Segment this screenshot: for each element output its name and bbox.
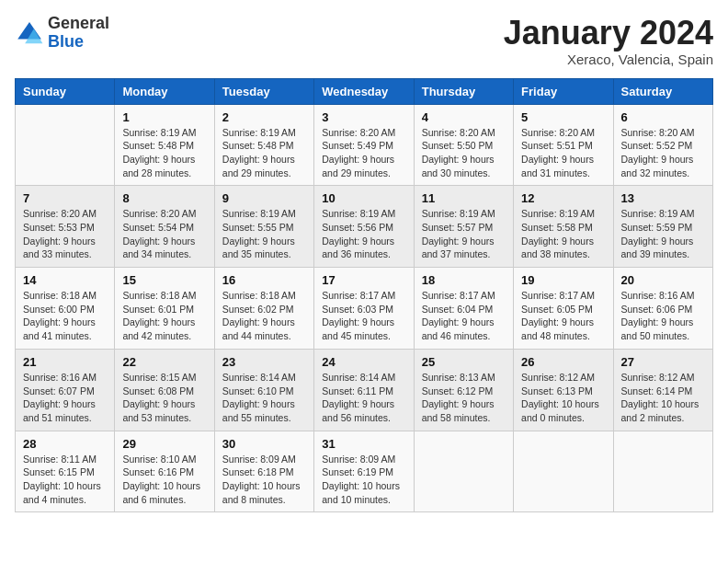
calendar-cell: 23Sunrise: 8:14 AM Sunset: 6:10 PM Dayli… (214, 349, 313, 431)
weekday-header-row: SundayMondayTuesdayWednesdayThursdayFrid… (16, 78, 713, 104)
day-info: Sunrise: 8:09 AM Sunset: 6:19 PM Dayligh… (322, 453, 405, 507)
day-info: Sunrise: 8:19 AM Sunset: 5:58 PM Dayligh… (521, 207, 605, 261)
weekday-header: Thursday (414, 78, 513, 104)
logo: General Blue (15, 15, 109, 52)
day-number: 10 (322, 191, 405, 205)
day-number: 6 (621, 110, 705, 124)
day-number: 28 (23, 437, 107, 451)
title-block: January 2024 Xeraco, Valencia, Spain (504, 15, 713, 67)
calendar-cell: 6Sunrise: 8:20 AM Sunset: 5:52 PM Daylig… (613, 104, 712, 186)
day-info: Sunrise: 8:20 AM Sunset: 5:49 PM Dayligh… (322, 126, 405, 180)
day-number: 18 (422, 273, 506, 287)
calendar-cell: 19Sunrise: 8:17 AM Sunset: 6:05 PM Dayli… (514, 268, 613, 350)
day-number: 21 (23, 355, 107, 369)
calendar-cell (414, 431, 513, 512)
day-number: 20 (621, 273, 705, 287)
calendar-cell: 20Sunrise: 8:16 AM Sunset: 6:06 PM Dayli… (613, 268, 712, 350)
calendar-cell: 25Sunrise: 8:13 AM Sunset: 6:12 PM Dayli… (414, 349, 513, 431)
calendar-cell (514, 431, 613, 512)
day-info: Sunrise: 8:17 AM Sunset: 6:05 PM Dayligh… (521, 289, 605, 343)
weekday-header: Wednesday (314, 78, 414, 104)
calendar-week-row: 7Sunrise: 8:20 AM Sunset: 5:53 PM Daylig… (16, 186, 713, 268)
day-info: Sunrise: 8:19 AM Sunset: 5:55 PM Dayligh… (222, 207, 306, 261)
day-info: Sunrise: 8:20 AM Sunset: 5:51 PM Dayligh… (521, 126, 605, 180)
day-info: Sunrise: 8:20 AM Sunset: 5:54 PM Dayligh… (122, 207, 206, 261)
day-number: 17 (322, 273, 405, 287)
day-number: 8 (122, 191, 206, 205)
day-number: 3 (322, 110, 405, 124)
calendar-cell: 15Sunrise: 8:18 AM Sunset: 6:01 PM Dayli… (115, 268, 214, 350)
day-info: Sunrise: 8:12 AM Sunset: 6:13 PM Dayligh… (521, 371, 605, 425)
day-info: Sunrise: 8:10 AM Sunset: 6:16 PM Dayligh… (122, 453, 206, 507)
day-info: Sunrise: 8:18 AM Sunset: 6:01 PM Dayligh… (122, 289, 206, 343)
calendar-cell: 4Sunrise: 8:20 AM Sunset: 5:50 PM Daylig… (414, 104, 513, 186)
day-number: 27 (621, 355, 705, 369)
day-info: Sunrise: 8:17 AM Sunset: 6:04 PM Dayligh… (422, 289, 506, 343)
day-info: Sunrise: 8:14 AM Sunset: 6:11 PM Dayligh… (322, 371, 405, 425)
calendar-cell: 18Sunrise: 8:17 AM Sunset: 6:04 PM Dayli… (414, 268, 513, 350)
calendar-cell: 9Sunrise: 8:19 AM Sunset: 5:55 PM Daylig… (214, 186, 313, 268)
calendar-cell: 1Sunrise: 8:19 AM Sunset: 5:48 PM Daylig… (115, 104, 214, 186)
day-info: Sunrise: 8:18 AM Sunset: 6:02 PM Dayligh… (222, 289, 306, 343)
day-number: 16 (222, 273, 306, 287)
calendar-cell: 7Sunrise: 8:20 AM Sunset: 5:53 PM Daylig… (16, 186, 115, 268)
location: Xeraco, Valencia, Spain (504, 52, 713, 67)
calendar-cell (16, 104, 115, 186)
calendar-cell: 14Sunrise: 8:18 AM Sunset: 6:00 PM Dayli… (16, 268, 115, 350)
calendar-cell: 13Sunrise: 8:19 AM Sunset: 5:59 PM Dayli… (613, 186, 712, 268)
calendar-cell: 2Sunrise: 8:19 AM Sunset: 5:48 PM Daylig… (214, 104, 313, 186)
calendar-cell: 3Sunrise: 8:20 AM Sunset: 5:49 PM Daylig… (314, 104, 414, 186)
calendar-cell: 28Sunrise: 8:11 AM Sunset: 6:15 PM Dayli… (16, 431, 115, 512)
month-title: January 2024 (504, 15, 713, 52)
day-number: 29 (122, 437, 206, 451)
logo-text: General Blue (48, 15, 109, 52)
day-number: 26 (521, 355, 605, 369)
day-number: 19 (521, 273, 605, 287)
day-number: 25 (422, 355, 506, 369)
calendar-cell: 5Sunrise: 8:20 AM Sunset: 5:51 PM Daylig… (514, 104, 613, 186)
calendar-week-row: 21Sunrise: 8:16 AM Sunset: 6:07 PM Dayli… (16, 349, 713, 431)
day-info: Sunrise: 8:13 AM Sunset: 6:12 PM Dayligh… (422, 371, 506, 425)
day-number: 12 (521, 191, 605, 205)
weekday-header: Tuesday (214, 78, 313, 104)
day-number: 13 (621, 191, 705, 205)
day-info: Sunrise: 8:12 AM Sunset: 6:14 PM Dayligh… (621, 371, 705, 425)
weekday-header: Sunday (16, 78, 115, 104)
calendar-cell: 29Sunrise: 8:10 AM Sunset: 6:16 PM Dayli… (115, 431, 214, 512)
weekday-header: Friday (514, 78, 613, 104)
calendar-cell (613, 431, 712, 512)
day-info: Sunrise: 8:19 AM Sunset: 5:48 PM Dayligh… (222, 126, 306, 180)
calendar-cell: 31Sunrise: 8:09 AM Sunset: 6:19 PM Dayli… (314, 431, 414, 512)
day-info: Sunrise: 8:18 AM Sunset: 6:00 PM Dayligh… (23, 289, 107, 343)
page-header: General Blue January 2024 Xeraco, Valenc… (15, 15, 713, 67)
day-info: Sunrise: 8:19 AM Sunset: 5:59 PM Dayligh… (621, 207, 705, 261)
calendar-cell: 10Sunrise: 8:19 AM Sunset: 5:56 PM Dayli… (314, 186, 414, 268)
day-info: Sunrise: 8:11 AM Sunset: 6:15 PM Dayligh… (23, 453, 107, 507)
day-number: 9 (222, 191, 306, 205)
day-number: 2 (222, 110, 306, 124)
day-info: Sunrise: 8:17 AM Sunset: 6:03 PM Dayligh… (322, 289, 405, 343)
day-number: 15 (122, 273, 206, 287)
day-number: 24 (322, 355, 405, 369)
calendar-week-row: 14Sunrise: 8:18 AM Sunset: 6:00 PM Dayli… (16, 268, 713, 350)
calendar-week-row: 28Sunrise: 8:11 AM Sunset: 6:15 PM Dayli… (16, 431, 713, 512)
calendar-cell: 22Sunrise: 8:15 AM Sunset: 6:08 PM Dayli… (115, 349, 214, 431)
day-number: 11 (422, 191, 506, 205)
calendar-cell: 30Sunrise: 8:09 AM Sunset: 6:18 PM Dayli… (214, 431, 313, 512)
day-info: Sunrise: 8:19 AM Sunset: 5:57 PM Dayligh… (422, 207, 506, 261)
weekday-header: Saturday (613, 78, 712, 104)
day-info: Sunrise: 8:19 AM Sunset: 5:56 PM Dayligh… (322, 207, 405, 261)
weekday-header: Monday (115, 78, 214, 104)
day-number: 7 (23, 191, 107, 205)
day-number: 23 (222, 355, 306, 369)
calendar-cell: 21Sunrise: 8:16 AM Sunset: 6:07 PM Dayli… (16, 349, 115, 431)
day-number: 31 (322, 437, 405, 451)
day-number: 1 (122, 110, 206, 124)
day-number: 30 (222, 437, 306, 451)
day-number: 4 (422, 110, 506, 124)
day-info: Sunrise: 8:09 AM Sunset: 6:18 PM Dayligh… (222, 453, 306, 507)
calendar-cell: 11Sunrise: 8:19 AM Sunset: 5:57 PM Dayli… (414, 186, 513, 268)
day-number: 5 (521, 110, 605, 124)
logo-icon (15, 18, 44, 48)
day-info: Sunrise: 8:15 AM Sunset: 6:08 PM Dayligh… (122, 371, 206, 425)
